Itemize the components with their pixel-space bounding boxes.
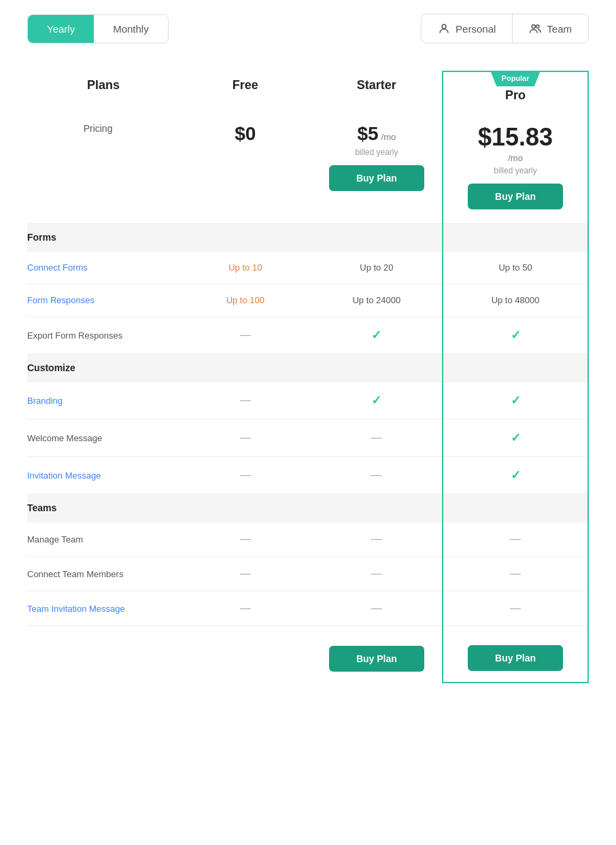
svg-point-0: [442, 24, 446, 29]
free-column-header: Free: [179, 71, 311, 109]
invitation-pro: ✓: [443, 457, 588, 494]
pro-pricing-cell: $15.83 /mo billed yearly Buy Plan: [443, 109, 588, 224]
team-invitation-message-label: Team Invitation Message: [27, 591, 179, 626]
team-icon: [529, 22, 541, 35]
connect-team-pro: —: [443, 557, 588, 591]
pricing-label: Pricing: [27, 109, 179, 224]
manage-team-starter: —: [311, 522, 443, 557]
starter-mo: /mo: [381, 132, 396, 142]
starter-billed-note: billed yearly: [322, 148, 432, 157]
export-form-responses-label: Export Form Responses: [27, 317, 179, 354]
pro-mo: /mo: [454, 153, 577, 163]
team-invitation-starter: —: [311, 591, 443, 626]
teams-section-label: Teams: [27, 494, 179, 522]
invitation-starter: —: [311, 457, 443, 494]
team-label: Team: [547, 23, 572, 35]
connect-forms-pro: Up to 50: [443, 252, 588, 284]
pro-bottom-buy-cell: Buy Plan: [443, 626, 588, 683]
pro-billed-note: billed yearly: [454, 166, 577, 175]
export-pro: ✓: [443, 317, 588, 354]
welcome-message-label: Welcome Message: [27, 419, 179, 457]
starter-pricing-cell: $5 /mo billed yearly Buy Plan: [311, 109, 443, 224]
starter-buy-button-bottom[interactable]: Buy Plan: [329, 646, 424, 672]
invitation-free: —: [179, 457, 311, 494]
manage-team-pro: —: [443, 522, 588, 557]
connect-forms-row: Connect Forms Up to 10 Up to 20 Up to 50: [27, 252, 588, 284]
bottom-buy-row: Buy Plan Buy Plan: [27, 626, 588, 683]
forms-section-label: Forms: [27, 224, 179, 252]
manage-team-label: Manage Team: [27, 522, 179, 557]
branding-free: —: [179, 382, 311, 419]
team-invitation-message-row: Team Invitation Message — — —: [27, 591, 588, 626]
connect-team-members-label: Connect Team Members: [27, 557, 179, 591]
header-row: Plans Free Starter Popular Pro: [27, 71, 588, 109]
billing-toggle: Yearly Monthly: [27, 14, 169, 44]
form-responses-free: Up to 100: [179, 284, 311, 317]
section-teams: Teams: [27, 494, 588, 522]
team-invitation-pro: —: [443, 591, 588, 626]
branding-label: Branding: [27, 382, 179, 419]
personal-button[interactable]: Personal: [422, 14, 512, 43]
manage-team-row: Manage Team — — —: [27, 522, 588, 557]
welcome-message-row: Welcome Message — — ✓: [27, 419, 588, 457]
team-invitation-free: —: [179, 591, 311, 626]
welcome-starter: —: [311, 419, 443, 457]
manage-team-free: —: [179, 522, 311, 557]
form-responses-pro: Up to 48000: [443, 284, 588, 317]
connect-team-free: —: [179, 557, 311, 591]
pro-price-block: $15.83: [454, 123, 577, 152]
export-starter: ✓: [311, 317, 443, 354]
connect-team-starter: —: [311, 557, 443, 591]
invitation-message-row: Invitation Message — — ✓: [27, 457, 588, 494]
starter-buy-button[interactable]: Buy Plan: [329, 165, 424, 191]
starter-column-header: Starter: [311, 71, 443, 109]
pro-price: $15.83: [478, 123, 553, 152]
invitation-message-label: Invitation Message: [27, 457, 179, 494]
welcome-pro: ✓: [443, 419, 588, 457]
connect-team-members-row: Connect Team Members — — —: [27, 557, 588, 591]
free-pricing-cell: $0: [179, 109, 311, 224]
free-price: $0: [190, 123, 301, 145]
branding-pro: ✓: [443, 382, 588, 419]
connect-forms-starter: Up to 20: [311, 252, 443, 284]
connect-forms-free: Up to 10: [179, 252, 311, 284]
pro-buy-button-bottom[interactable]: Buy Plan: [468, 645, 563, 671]
export-form-responses-row: Export Form Responses — ✓ ✓: [27, 317, 588, 354]
personal-label: Personal: [456, 23, 496, 35]
plan-type-toggle: Personal Team: [421, 14, 589, 44]
section-forms: Forms: [27, 224, 588, 252]
starter-price-block: $5 /mo: [322, 123, 432, 145]
popular-badge: Popular: [491, 71, 541, 86]
pricing-row: Pricing $0 $5 /mo billed yearly Buy Plan…: [27, 109, 588, 224]
starter-price: $5: [357, 123, 378, 145]
welcome-free: —: [179, 419, 311, 457]
branding-starter: ✓: [311, 382, 443, 419]
svg-point-2: [536, 25, 540, 29]
team-button[interactable]: Team: [512, 14, 588, 43]
form-responses-label: Form Responses: [27, 284, 179, 317]
export-free: —: [179, 317, 311, 354]
pricing-table: Plans Free Starter Popular Pro Pricing $…: [27, 71, 589, 683]
form-responses-row: Form Responses Up to 100 Up to 24000 Up …: [27, 284, 588, 317]
pro-column-header: Popular Pro: [443, 71, 588, 109]
starter-plan-name: Starter: [357, 78, 396, 92]
monthly-button[interactable]: Monthly: [94, 15, 168, 43]
pro-plan-name: Pro: [505, 88, 526, 102]
person-icon: [438, 22, 450, 35]
customize-section-label: Customize: [27, 354, 179, 382]
plans-label: Plans: [27, 71, 179, 109]
svg-point-1: [532, 24, 535, 28]
pro-buy-button[interactable]: Buy Plan: [468, 184, 563, 209]
connect-forms-label: Connect Forms: [27, 252, 179, 284]
section-customize: Customize: [27, 354, 588, 382]
form-responses-starter: Up to 24000: [311, 284, 443, 317]
starter-bottom-buy-cell: Buy Plan: [311, 626, 443, 683]
branding-row: Branding — ✓ ✓: [27, 382, 588, 419]
yearly-button[interactable]: Yearly: [28, 15, 94, 43]
free-plan-name: Free: [233, 78, 258, 92]
